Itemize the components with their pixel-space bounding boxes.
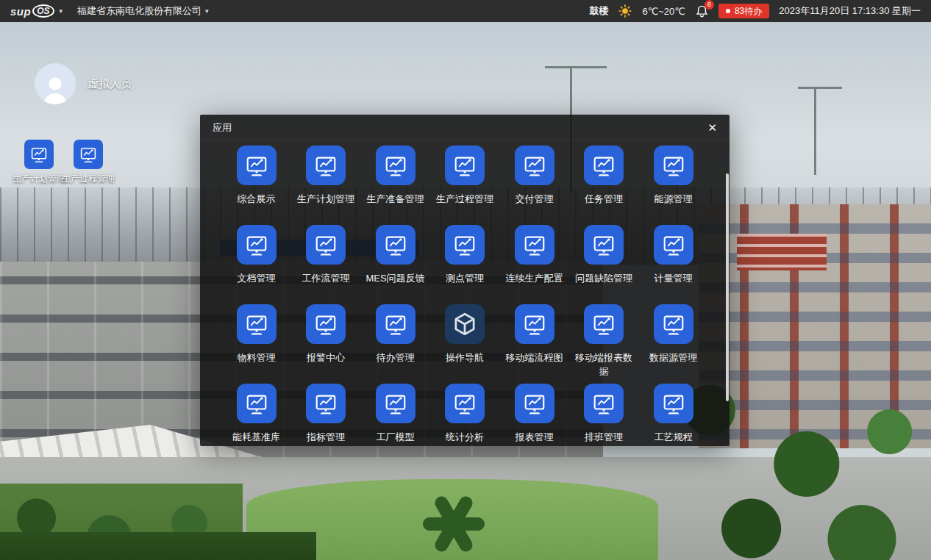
app-tile[interactable]: 报警中心 — [291, 304, 361, 384]
monitor-chart-icon — [237, 225, 277, 265]
topbar-right: 鼓楼 6℃~20℃ 6 83待办 — [589, 4, 921, 19]
app-label: 生产过程管理 — [435, 192, 495, 206]
bg-trees-bottom — [0, 532, 316, 560]
close-icon[interactable]: ✕ — [707, 122, 717, 133]
app-tile[interactable]: 指标管理 — [291, 384, 361, 446]
person-icon — [39, 72, 71, 104]
app-tile[interactable]: 生产准备管理 — [360, 146, 430, 225]
app-tile[interactable]: 工作流管理 — [291, 225, 361, 304]
datetime: 2023年11月20日 17:13:30 星期一 — [779, 4, 921, 18]
app-tile[interactable]: 生产过程管理 — [430, 146, 500, 225]
temperature-range: 6℃~20℃ — [642, 6, 685, 17]
app-tile[interactable]: 问题缺陷管理 — [569, 225, 639, 304]
app-tile[interactable]: 工厂模型 — [360, 384, 430, 446]
bg-crane-arm — [545, 66, 607, 68]
notification-count-badge: 6 — [705, 0, 714, 10]
app-label: MES问题反馈 — [364, 271, 426, 285]
app-tile[interactable]: 物料管理 — [221, 304, 291, 384]
monitor-chart-icon — [376, 384, 415, 423]
app-tile[interactable]: 工艺规程 — [638, 384, 708, 446]
shortcut-label: 生产计划管理 — [13, 173, 65, 185]
app-tile[interactable]: 移动端报表数据 — [569, 304, 639, 384]
app-label: 待办管理 — [375, 351, 416, 365]
app-tile[interactable]: 待办管理 — [360, 304, 430, 384]
desktop-shortcut-production-process[interactable]: 生产过程管理 — [60, 140, 117, 185]
supos-logo[interactable]: supOS ▾ — [10, 4, 63, 18]
user-profile[interactable]: 虚拟人员 — [35, 63, 132, 104]
chevron-down-icon: ▾ — [60, 7, 63, 15]
monitor-chart-icon — [24, 140, 54, 169]
app-label: 数据源管理 — [648, 351, 699, 365]
app-label: 连续生产配置 — [504, 271, 565, 285]
app-tile[interactable]: 测点管理 — [430, 225, 500, 304]
app-label: 测点管理 — [444, 271, 485, 285]
monitor-chart-icon — [654, 384, 693, 423]
todo-badge[interactable]: 83待办 — [718, 4, 769, 18]
monitor-chart-icon — [654, 225, 693, 265]
logo-os-bubble: OS — [32, 4, 54, 18]
app-label: 移动端报表数据 — [569, 351, 639, 378]
app-label: 工作流管理 — [301, 271, 352, 285]
app-tile[interactable]: 计量管理 — [638, 225, 708, 304]
bg-crane-arm — [798, 87, 842, 89]
monitor-chart-icon — [584, 384, 624, 423]
monitor-chart-icon — [584, 304, 624, 344]
app-grid: 综合展示 生产计划管理 — [200, 141, 730, 446]
app-tile[interactable]: 文档管理 — [221, 225, 291, 304]
weather-location: 鼓楼 — [589, 4, 608, 18]
monitor-chart-icon — [74, 140, 103, 169]
chevron-down-icon: ▾ — [205, 7, 209, 15]
monitor-chart-icon — [515, 304, 554, 344]
app-tile[interactable]: 任务管理 — [569, 146, 639, 225]
user-name: 虚拟人员 — [88, 77, 132, 91]
app-label: 操作导航 — [444, 351, 485, 365]
avatar[interactable] — [35, 63, 76, 104]
app-label: 指标管理 — [305, 430, 346, 444]
app-tile[interactable]: 连续生产配置 — [499, 225, 569, 304]
app-tile[interactable]: 操作导航 — [430, 304, 500, 384]
monitor-chart-icon — [237, 146, 277, 185]
shortcut-label: 生产过程管理 — [62, 173, 115, 185]
monitor-chart-icon — [515, 225, 554, 265]
cube-icon — [445, 304, 485, 344]
monitor-chart-icon — [237, 304, 277, 344]
app-tile[interactable]: 能源管理 — [638, 146, 708, 225]
app-tile[interactable]: 生产计划管理 — [291, 146, 361, 225]
monitor-chart-icon — [306, 225, 346, 265]
bg-crane — [814, 87, 816, 175]
company-selector[interactable]: 福建省东南电化股份有限公司 ▾ — [77, 4, 209, 18]
dot-icon — [726, 9, 730, 13]
monitor-chart-icon — [654, 304, 693, 344]
monitor-chart-icon — [445, 384, 485, 423]
modal-title: 应用 — [213, 121, 232, 134]
monitor-chart-icon — [237, 384, 277, 423]
app-label: 能耗基准库 — [231, 430, 282, 444]
monitor-chart-icon — [376, 304, 415, 344]
topbar-left: supOS ▾ 福建省东南电化股份有限公司 ▾ — [10, 4, 209, 18]
app-label: 文档管理 — [236, 271, 277, 285]
app-tile[interactable]: 交付管理 — [499, 146, 569, 225]
monitor-chart-icon — [654, 146, 693, 185]
bg-red-brick-building — [737, 234, 827, 270]
monitor-chart-icon — [306, 146, 346, 185]
app-tile[interactable]: 统计分析 — [430, 384, 500, 446]
scrollbar-thumb[interactable] — [726, 173, 729, 401]
modal-header: 应用 ✕ — [200, 115, 730, 141]
app-tile[interactable]: 数据源管理 — [638, 304, 708, 384]
app-tile[interactable]: 排班管理 — [569, 384, 639, 446]
app-tile[interactable]: 报表管理 — [499, 384, 569, 446]
todo-label: 83待办 — [735, 5, 762, 18]
app-label: 排班管理 — [583, 430, 624, 444]
screen: supOS ▾ 福建省东南电化股份有限公司 ▾ 鼓楼 6℃~20℃ — [0, 0, 931, 560]
apps-modal: 应用 ✕ 综合展示 — [200, 115, 730, 446]
app-label: 物料管理 — [236, 351, 277, 365]
app-tile[interactable]: 综合展示 — [221, 146, 291, 225]
topbar: supOS ▾ 福建省东南电化股份有限公司 ▾ 鼓楼 6℃~20℃ — [0, 0, 931, 22]
app-label: 任务管理 — [583, 192, 624, 206]
notification-bell-button[interactable]: 6 — [695, 4, 709, 19]
monitor-chart-icon — [306, 304, 346, 344]
app-tile[interactable]: 能耗基准库 — [221, 384, 291, 446]
app-tile[interactable]: MES问题反馈 — [360, 225, 430, 304]
app-tile[interactable]: 移动端流程图 — [499, 304, 569, 384]
app-label: 生产准备管理 — [365, 192, 426, 206]
